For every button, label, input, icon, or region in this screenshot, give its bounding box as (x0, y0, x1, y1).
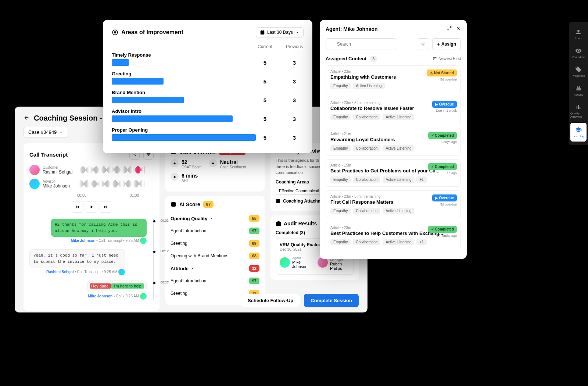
content-item[interactable]: Article • 23mBest Practices to Help Cust… (326, 222, 461, 249)
agent-panel: Agent: Mike Johnson +Assign Assigned Con… (320, 20, 467, 259)
agent-title: Agent: Mike Johnson (326, 26, 378, 32)
back-arrow-icon[interactable] (24, 115, 29, 122)
nav-learning[interactable]: Learning (570, 123, 587, 142)
tag: Empathy (330, 114, 351, 120)
tag: Active Listening (383, 145, 414, 151)
svg-rect-2 (276, 199, 280, 203)
avatar (29, 179, 40, 189)
content-item[interactable]: Article • 21mRewarding Loyal CustomersEm… (326, 128, 461, 156)
nav-agent[interactable]: Agent (569, 25, 588, 44)
tag: Empathy (330, 176, 351, 183)
target-icon (112, 29, 118, 36)
metric-row: Proper Opening53 (112, 127, 304, 141)
transcript-title: Call Transcript (29, 151, 68, 158)
status-badge: ✓ Completed (428, 226, 457, 233)
tag: Active Listening (353, 83, 384, 89)
prev-button[interactable] (72, 201, 83, 213)
avatar (29, 165, 40, 175)
score-item: Agent Introduction97 (171, 275, 259, 287)
chevron-down-icon (209, 217, 213, 220)
clock-icon: ● (171, 173, 179, 181)
chevron-down-icon (191, 267, 194, 270)
score-item: Opening with Brand Mentions68 (171, 250, 259, 262)
time-start: 00:00 (77, 193, 86, 197)
score-item: Greeting69 (171, 237, 259, 250)
next-button[interactable] (100, 201, 111, 213)
sort-icon (433, 56, 437, 61)
svg-point-4 (114, 31, 116, 33)
metric-row: Advisor Intro53 (112, 108, 304, 122)
metric-row: Brand Mention53 (112, 90, 304, 103)
close-icon[interactable] (456, 26, 461, 32)
agent-avatar (280, 257, 290, 268)
chevron-down-icon (295, 30, 300, 35)
tag: Active Listening (383, 114, 414, 120)
assign-button[interactable]: +Assign (432, 38, 461, 50)
attachment-icon (276, 199, 281, 204)
tag: Collaboration (353, 114, 380, 120)
status-badge: ▶ Overdue (432, 194, 457, 201)
date-range-picker[interactable]: Last 30 Days (256, 27, 304, 37)
case-dropdown[interactable]: Case #34949 (24, 127, 68, 137)
message-row: Hey dude, I'm here to help.Mike Johnson … (29, 280, 147, 300)
time-end: 01:00 (130, 193, 139, 197)
improvement-panel: Areas of Improvement Last 30 Days Curren… (103, 20, 312, 153)
waveform[interactable] (79, 165, 154, 174)
nav-overview[interactable]: Overview (569, 44, 588, 62)
message-row: Yeah, it's good so far. I just need to s… (29, 249, 147, 275)
participant-row: CustomerRashmi Sehgal (29, 165, 154, 175)
svg-rect-1 (171, 202, 176, 207)
face-icon: ● (209, 159, 217, 167)
search-input[interactable] (326, 38, 396, 50)
score-item: Agent Introduction97 (171, 225, 259, 237)
schedule-followup-button[interactable]: Schedule Follow-Up (241, 294, 300, 307)
tag: Collaboration (353, 176, 380, 183)
coaching-area-chip[interactable]: Effective Communicati (276, 187, 322, 195)
score-group[interactable]: Attitude 12 (171, 262, 259, 275)
tag: Empathy (330, 83, 351, 89)
call-transcript-card: Call Transcript CustomerRashmi SehgalAdv… (24, 143, 159, 311)
tag: Active Listening (383, 208, 414, 214)
status-badge: ▶ Overdue (432, 101, 457, 108)
nav-quality[interactable]: Quality Analytics (569, 100, 588, 122)
audit-icon (276, 221, 282, 226)
status-badge: ⚠ Not Started (427, 69, 457, 76)
content-item[interactable]: Article • 23m • 5 min remainingCollabora… (326, 97, 461, 124)
tag: Empathy (330, 145, 351, 151)
right-nav: AgentOverviewPropertiesActivityQuality A… (569, 22, 588, 145)
status-badge: ✓ Completed (428, 132, 457, 139)
tag: Empathy (330, 239, 351, 245)
ai-total-score: 67 (203, 201, 214, 208)
waveform[interactable] (79, 179, 154, 188)
sort-dropdown[interactable]: Newest First (433, 56, 461, 61)
complete-session-button[interactable]: Complete Session (304, 294, 359, 307)
tag: Collaboration (353, 145, 380, 151)
tag: +1 (416, 176, 426, 183)
filter-button[interactable] (417, 38, 429, 50)
heart-icon: ● (171, 159, 179, 167)
message-row: Hi thanks for calling Acme this is aliso… (29, 219, 147, 244)
tag: +1 (416, 239, 426, 245)
calendar-icon (260, 30, 265, 35)
participant-row: AdvisorMike Johnson (29, 179, 154, 189)
tag: Collaboration (353, 239, 380, 245)
expand-icon[interactable] (447, 26, 452, 32)
nav-properties[interactable]: Properties (569, 62, 588, 81)
tag: Collaboration (353, 208, 380, 214)
nav-activity[interactable]: Activity (569, 81, 588, 100)
tag: Empathy (330, 208, 351, 214)
play-button[interactable] (86, 201, 97, 213)
tag: Active Listening (383, 239, 414, 245)
content-item[interactable]: Article • 23mEmpathizing with CustomersE… (326, 65, 461, 93)
metric-row: Greeting53 (112, 71, 304, 85)
metric-row: Timely Response53 (112, 52, 304, 66)
status-badge: ✓ Completed (428, 163, 457, 170)
tag: Active Listening (383, 176, 414, 183)
ai-icon (171, 201, 176, 207)
chevron-down-icon (59, 130, 63, 135)
content-item[interactable]: Article • 15mBest Practices to Get Probl… (326, 159, 461, 187)
content-item[interactable]: Article • 23m • 5 min remainingFirst Cal… (326, 190, 461, 218)
score-group[interactable]: Opening Quality 55 (171, 212, 259, 225)
